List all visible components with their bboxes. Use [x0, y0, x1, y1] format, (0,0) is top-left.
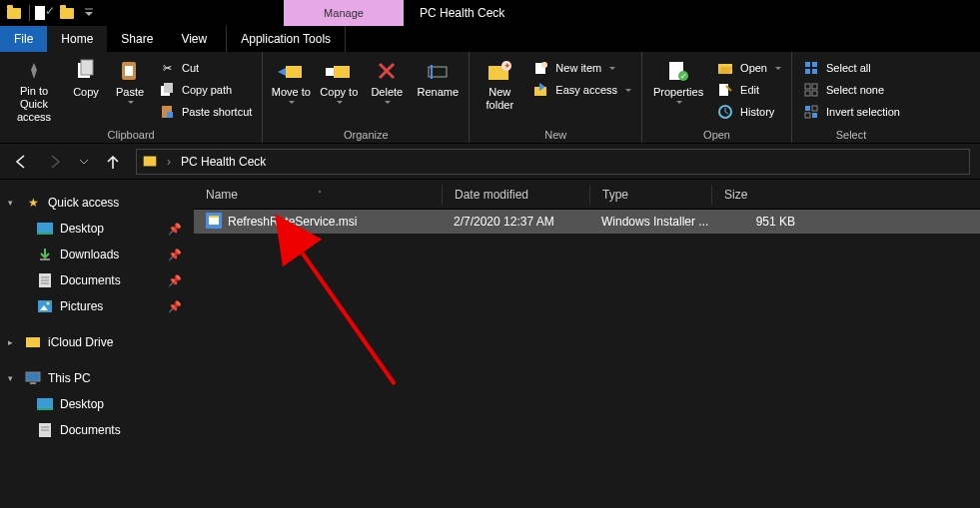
pin-to-quick-access-button[interactable]: Pin to Quick access — [6, 58, 62, 124]
easy-access-button[interactable]: Easy access — [527, 80, 635, 100]
edit-button[interactable]: Edit — [712, 80, 785, 100]
tree-this-pc[interactable]: ▾ This PC — [0, 365, 194, 391]
delete-icon — [373, 58, 401, 84]
tab-home[interactable]: Home — [47, 26, 107, 52]
svg-rect-36 — [805, 62, 810, 67]
ribbon-tabs: File Home Share View Application Tools — [0, 26, 980, 52]
properties-button[interactable]: ✓ Properties — [648, 58, 708, 124]
history-button[interactable]: History — [712, 102, 785, 122]
cut-button[interactable]: ✂Cut — [154, 58, 256, 78]
address-bar[interactable]: › PC Health Ceck — [136, 149, 970, 175]
svg-rect-10 — [167, 112, 173, 118]
copy-label: Copy — [73, 86, 99, 99]
svg-rect-8 — [164, 83, 173, 93]
ribbon: Pin to Quick access Copy Paste ✂Cut Copy… — [0, 52, 980, 144]
svg-rect-43 — [812, 91, 817, 96]
svg-text:✦: ✦ — [503, 61, 511, 71]
chevron-down-icon: ▾ — [8, 373, 18, 383]
new-folder-qat-icon[interactable] — [57, 3, 77, 23]
window-title: PC Health Ceck — [404, 0, 504, 26]
copy-path-button[interactable]: Copy path — [154, 80, 256, 100]
column-date[interactable]: Date modified — [442, 185, 589, 205]
title-bar: Manage PC Health Ceck — [0, 0, 980, 26]
paste-shortcut-icon — [158, 104, 176, 120]
tab-application-tools[interactable]: Application Tools — [226, 26, 346, 52]
tree-item-pictures[interactable]: Pictures📌 — [0, 293, 194, 319]
group-label-clipboard: Clipboard — [6, 129, 256, 143]
contextual-tab-manage[interactable]: Manage — [284, 0, 404, 26]
invert-selection-icon — [802, 104, 820, 120]
svg-rect-40 — [805, 84, 810, 89]
svg-rect-50 — [37, 233, 53, 235]
svg-rect-13 — [334, 66, 350, 78]
new-folder-button[interactable]: ✦ New folder — [476, 58, 523, 124]
svg-rect-11 — [286, 66, 302, 78]
tree-pc-desktop[interactable]: Desktop — [0, 391, 194, 417]
svg-rect-41 — [812, 84, 817, 89]
tree-item-desktop[interactable]: Desktop📌 — [0, 216, 194, 242]
pin-icon: 📌 — [168, 223, 182, 236]
nav-bar: › PC Health Ceck — [0, 144, 980, 180]
easy-access-icon — [531, 82, 549, 98]
file-name: RefreshRateService.msi — [228, 215, 357, 229]
tree-icloud-drive[interactable]: ▸ iCloud Drive — [0, 329, 194, 355]
column-type[interactable]: Type — [589, 185, 711, 205]
tab-share[interactable]: Share — [107, 26, 167, 52]
qat-dropdown-icon[interactable] — [79, 3, 99, 23]
select-none-button[interactable]: Select none — [798, 80, 904, 100]
column-name[interactable]: Name˄ — [194, 188, 442, 202]
nav-up-button[interactable] — [102, 151, 124, 173]
paste-icon — [116, 58, 144, 84]
svg-rect-60 — [30, 382, 36, 384]
svg-rect-4 — [81, 60, 93, 75]
paste-button[interactable]: Paste — [110, 58, 150, 124]
invert-selection-button[interactable]: Invert selection — [798, 102, 904, 122]
tree-item-documents[interactable]: Documents📌 — [0, 267, 194, 293]
breadcrumb-item[interactable]: PC Health Ceck — [181, 155, 266, 169]
edit-icon — [716, 82, 734, 98]
open-button[interactable]: Open — [712, 58, 785, 78]
paste-shortcut-button[interactable]: Paste shortcut — [154, 102, 256, 122]
column-headers: Name˄ Date modified Type Size — [194, 180, 980, 210]
ribbon-group-open: ✓ Properties Open Edit History Open — [642, 52, 792, 143]
svg-marker-1 — [85, 12, 93, 16]
svg-rect-68 — [209, 216, 219, 218]
svg-rect-37 — [812, 62, 817, 67]
copy-to-icon — [325, 58, 353, 84]
file-row[interactable]: RefreshRateService.msi 2/7/2020 12:37 AM… — [194, 210, 980, 234]
svg-rect-45 — [812, 106, 817, 111]
paste-label: Paste — [116, 86, 144, 99]
new-item-button[interactable]: New item — [527, 58, 635, 78]
file-type: Windows Installer ... — [589, 215, 711, 229]
tree-pc-documents[interactable]: Documents — [0, 417, 194, 443]
svg-rect-39 — [812, 69, 817, 74]
move-to-button[interactable]: Move to — [269, 58, 313, 124]
select-all-icon — [802, 60, 820, 76]
tree-item-downloads[interactable]: Downloads📌 — [0, 242, 194, 267]
svg-line-35 — [725, 112, 728, 114]
quick-access-toolbar — [0, 0, 99, 26]
pc-icon — [24, 370, 42, 386]
nav-forward-button[interactable] — [44, 151, 66, 173]
nav-back-button[interactable] — [10, 151, 32, 173]
chevron-right-icon: ▸ — [8, 337, 18, 347]
tree-quick-access[interactable]: ▾ ★ Quick access — [0, 190, 194, 216]
svg-rect-56 — [38, 300, 52, 312]
folder-icon — [24, 334, 42, 350]
svg-marker-2 — [31, 63, 37, 79]
copy-button[interactable]: Copy — [66, 58, 106, 124]
properties-qat-icon[interactable] — [35, 3, 55, 23]
tab-file[interactable]: File — [0, 26, 47, 52]
nav-recent-dropdown[interactable] — [78, 151, 90, 173]
scissors-icon: ✂ — [158, 60, 176, 76]
column-size[interactable]: Size — [711, 185, 807, 205]
tab-view[interactable]: View — [167, 26, 221, 52]
delete-button[interactable]: Delete — [365, 58, 409, 124]
msi-file-icon — [206, 213, 222, 232]
copy-to-button[interactable]: Copy to — [317, 58, 361, 124]
svg-rect-67 — [209, 218, 219, 225]
documents-icon — [36, 422, 54, 438]
svg-rect-62 — [37, 408, 53, 410]
rename-button[interactable]: Rename — [413, 58, 463, 124]
select-all-button[interactable]: Select all — [798, 58, 904, 78]
